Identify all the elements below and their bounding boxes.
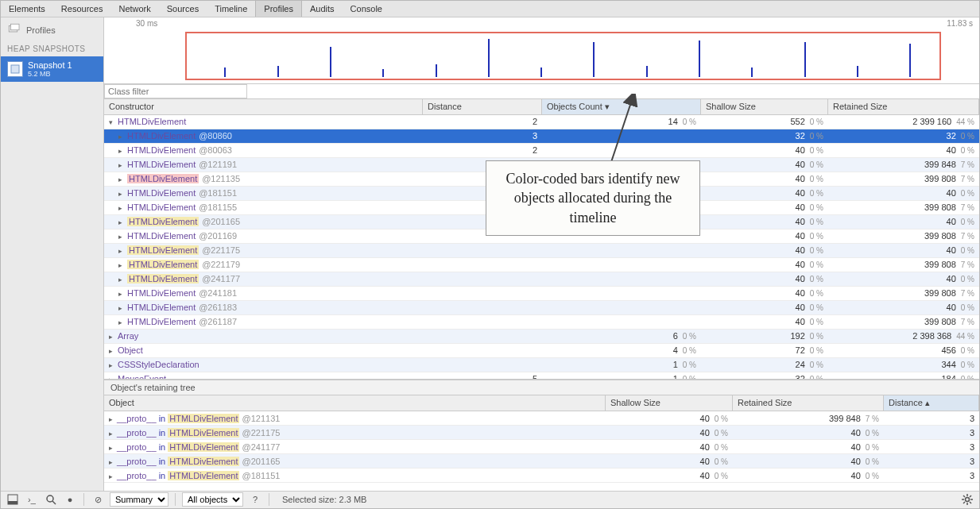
disclosure-triangle-icon[interactable]: [118, 217, 124, 226]
status-bar: ›_ ● ⊘ Summary All objects ? Selected si…: [1, 491, 979, 508]
separator: [83, 493, 84, 506]
heap-row[interactable]: HTMLDivElement @241177400 %400 %: [104, 272, 979, 287]
rcol-distance[interactable]: Distance ▴: [884, 395, 979, 411]
heap-row[interactable]: HTMLDivElement @241181400 %399 8087 %: [104, 287, 979, 301]
heap-row[interactable]: HTMLDivElement @808603320 %320 %: [104, 129, 979, 144]
disclosure-triangle-icon[interactable]: [118, 174, 124, 183]
console-icon[interactable]: ›_: [25, 492, 39, 507]
filter-select[interactable]: All objects: [182, 492, 243, 507]
snapshot-name: Snapshot 1: [28, 60, 72, 70]
disclosure-triangle-icon[interactable]: [118, 303, 124, 312]
heap-grid-body[interactable]: HTMLDivElement2140 %5520 %2 399 16044 %H…: [104, 115, 979, 380]
retain-row[interactable]: __proto__ in HTMLDivElement @241177400 %…: [104, 440, 979, 454]
svg-line-15: [963, 502, 965, 503]
disclosure-triangle-icon[interactable]: [109, 428, 114, 438]
tab-elements[interactable]: Elements: [1, 1, 53, 17]
disclosure-triangle-icon[interactable]: [118, 260, 124, 269]
heap-row[interactable]: HTMLDivElement @800632400 %400 %: [104, 144, 979, 158]
snapshot-stack-icon: [7, 22, 21, 38]
disclosure-triangle-icon[interactable]: [109, 374, 114, 379]
allocation-timeline[interactable]: 30 ms 11.83 s: [104, 17, 979, 84]
disclosure-triangle-icon[interactable]: [109, 471, 114, 480]
object-id: @181151: [199, 188, 237, 198]
constructor-name: HTMLDivElement: [127, 131, 196, 141]
col-shallow-size[interactable]: Shallow Size: [701, 99, 828, 114]
disclosure-triangle-icon[interactable]: [118, 131, 124, 141]
class-filter-input[interactable]: [104, 84, 247, 98]
profiles-header: Profiles: [1, 17, 103, 41]
retain-row[interactable]: __proto__ in HTMLDivElement @181151400 %…: [104, 469, 979, 483]
dock-icon[interactable]: [6, 492, 20, 507]
main-split: Profiles HEAP SNAPSHOTS Snapshot 1 5.2 M…: [1, 17, 979, 491]
disclosure-triangle-icon[interactable]: [109, 442, 114, 452]
disclosure-triangle-icon[interactable]: [118, 274, 124, 283]
col-retained-size[interactable]: Retained Size: [828, 99, 979, 114]
disclosure-triangle-icon[interactable]: [109, 457, 114, 466]
retain-row[interactable]: __proto__ in HTMLDivElement @121131400 %…: [104, 411, 979, 426]
disclosure-triangle-icon[interactable]: [109, 360, 114, 369]
retain-body[interactable]: __proto__ in HTMLDivElement @121131400 %…: [104, 411, 979, 490]
disclosure-triangle-icon[interactable]: [118, 188, 124, 198]
heap-row[interactable]: MouseEvent510 %320 %1840 %: [104, 372, 979, 380]
disclosure-triangle-icon[interactable]: [109, 414, 114, 423]
constructor-name: HTMLDivElement: [118, 117, 186, 126]
object-id: @201165: [202, 217, 240, 226]
rcol-object[interactable]: Object: [104, 395, 606, 411]
allocation-bar: [382, 69, 384, 77]
constructor-name: HTMLDivElement: [127, 231, 196, 241]
timeline-end-label: 11.83 s: [947, 19, 973, 28]
constructor-name: HTMLDivElement: [127, 174, 199, 183]
object-id: @121135: [202, 174, 240, 183]
help-icon[interactable]: ?: [248, 492, 262, 507]
timeline-selection-box[interactable]: [185, 32, 941, 80]
clear-icon[interactable]: ⊘: [91, 492, 105, 507]
class-filter-bar: [104, 84, 979, 99]
tab-sources[interactable]: Sources: [159, 1, 207, 17]
view-select[interactable]: Summary: [110, 492, 168, 507]
tab-network[interactable]: Network: [110, 1, 158, 17]
allocation-bar: [277, 66, 279, 77]
heap-row[interactable]: HTMLDivElement @221175400 %400 %: [104, 244, 979, 258]
disclosure-triangle-icon[interactable]: [109, 117, 114, 126]
heap-row[interactable]: HTMLDivElement @261183400 %400 %: [104, 301, 979, 315]
heap-row[interactable]: CSSStyleDeclaration10 %240 %3440 %: [104, 358, 979, 372]
svg-line-14: [970, 502, 971, 503]
disclosure-triangle-icon[interactable]: [118, 245, 124, 255]
disclosure-triangle-icon[interactable]: [118, 317, 124, 326]
col-constructor[interactable]: Constructor: [104, 99, 423, 114]
sort-asc-icon: ▴: [925, 398, 930, 407]
tab-resources[interactable]: Resources: [53, 1, 111, 17]
rcol-retained[interactable]: Retained Size: [733, 395, 884, 411]
retain-row[interactable]: __proto__ in HTMLDivElement @201165400 %…: [104, 454, 979, 469]
record-icon[interactable]: ●: [63, 492, 77, 507]
disclosure-triangle-icon[interactable]: [109, 331, 114, 341]
disclosure-triangle-icon[interactable]: [118, 231, 124, 241]
tab-timeline[interactable]: Timeline: [207, 1, 255, 17]
col-distance[interactable]: Distance: [423, 99, 542, 114]
retain-row[interactable]: __proto__ in HTMLDivElement @221175400 %…: [104, 426, 979, 440]
disclosure-triangle-icon[interactable]: [118, 160, 124, 169]
disclosure-triangle-icon[interactable]: [118, 202, 124, 212]
svg-rect-1: [11, 24, 20, 30]
rcol-shallow[interactable]: Shallow Size: [606, 395, 733, 411]
search-icon[interactable]: [44, 492, 58, 507]
constructor-name: HTMLDivElement: [127, 188, 196, 198]
settings-gear-icon[interactable]: [960, 492, 974, 507]
disclosure-triangle-icon[interactable]: [109, 345, 114, 355]
svg-line-7: [52, 501, 56, 504]
snapshot-icon: [7, 61, 23, 77]
heap-row[interactable]: HTMLDivElement2140 %5520 %2 399 16044 %: [104, 115, 979, 129]
disclosure-triangle-icon[interactable]: [118, 145, 124, 155]
heap-row[interactable]: HTMLDivElement @261187400 %399 8087 %: [104, 315, 979, 330]
heap-row[interactable]: HTMLDivElement @221179400 %399 8087 %: [104, 258, 979, 272]
disclosure-triangle-icon[interactable]: [118, 288, 124, 298]
heap-row[interactable]: Array60 %1920 %2 398 36844 %: [104, 330, 979, 344]
allocation-bar: [699, 40, 700, 77]
heap-grid-header: Constructor Distance Objects Count ▾ Sha…: [104, 99, 979, 115]
tab-console[interactable]: Console: [343, 1, 390, 17]
snapshot-item[interactable]: Snapshot 1 5.2 MB: [1, 56, 103, 82]
heap-row[interactable]: Object40 %720 %4560 %: [104, 344, 979, 358]
tab-profiles[interactable]: Profiles: [255, 1, 302, 17]
tab-audits[interactable]: Audits: [302, 1, 343, 17]
allocation-bar: [488, 39, 490, 77]
